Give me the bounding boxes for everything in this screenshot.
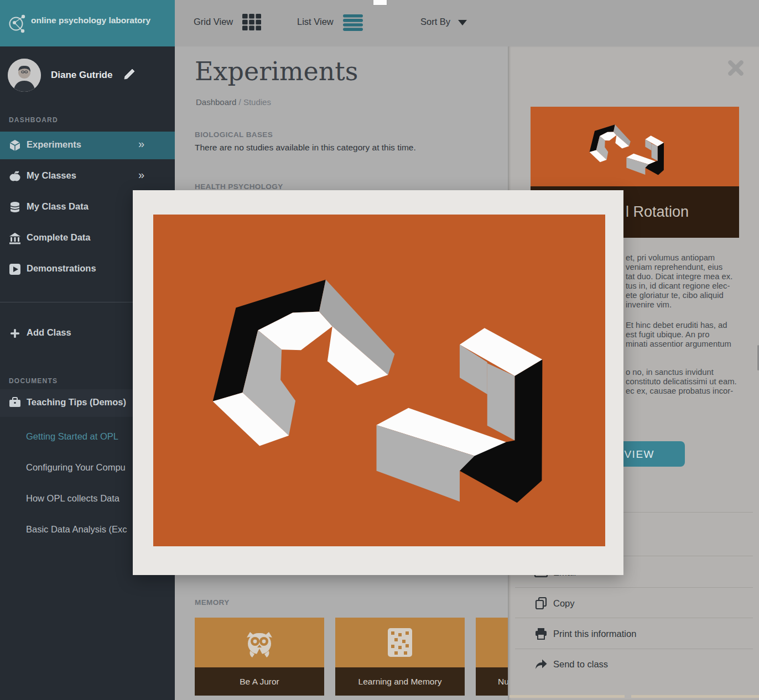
menu-item-copy[interactable]: Copy xyxy=(534,595,575,611)
edit-pencil-icon[interactable] xyxy=(123,67,136,81)
mental-rotation-figure xyxy=(153,215,605,546)
chevron-double-icon: » xyxy=(138,138,143,150)
breadcrumb-dashboard[interactable]: Dashboard xyxy=(196,97,236,107)
dot-grid-icon xyxy=(387,628,413,657)
briefcase-icon xyxy=(9,397,21,408)
mental-rotation-stimulus-image xyxy=(153,215,605,546)
study-card-learning-and-memory[interactable]: Learning and Memory xyxy=(335,618,465,696)
study-title: l Rotation xyxy=(626,186,739,238)
sidebar-divider xyxy=(0,302,133,302)
section-label-health-psychology: HEALTH PSYCHOLOGY xyxy=(195,182,283,191)
list-view-icon[interactable] xyxy=(343,14,363,31)
card-image-area xyxy=(476,618,508,667)
card-image-area xyxy=(195,618,324,667)
panel-divider xyxy=(515,618,753,618)
related-card-edge xyxy=(510,695,625,698)
menu-item-print[interactable]: Print this information xyxy=(534,626,636,641)
printer-icon xyxy=(534,628,548,640)
chevron-double-icon: » xyxy=(138,169,143,181)
section-label-biological-bases: BIOLOGICAL BASES xyxy=(195,130,273,139)
molecule-logo-icon xyxy=(8,12,28,34)
close-icon[interactable] xyxy=(727,60,744,76)
avatar[interactable] xyxy=(8,59,41,92)
grid-view-icon[interactable] xyxy=(242,14,261,30)
menu-item-send-to-class[interactable]: Send to class xyxy=(534,656,608,672)
top-toolbar: online psychology laboratory Grid View L… xyxy=(0,0,759,46)
card-image-area xyxy=(335,618,465,667)
mental-rotation-figure-thumb xyxy=(576,110,678,185)
study-card-partial[interactable]: Nu xyxy=(476,618,508,696)
doc-link-configuring[interactable]: Configuring Your Compu xyxy=(26,462,126,476)
panel-divider xyxy=(515,587,753,588)
breadcrumb: Dashboard / Studies xyxy=(196,97,271,107)
database-icon xyxy=(9,201,21,213)
study-description: et, pri volumus antiopam veniam reprehen… xyxy=(626,253,759,396)
play-icon xyxy=(9,263,21,275)
sidebar-item-experiments[interactable]: Experiments » xyxy=(0,132,175,159)
section-label-memory: MEMORY xyxy=(195,598,230,607)
study-card-be-a-juror[interactable]: Be A Juror xyxy=(195,618,324,696)
chevron-down-icon[interactable] xyxy=(458,20,467,25)
user-name: Diane Gutride xyxy=(51,70,112,81)
grid-view-label[interactable]: Grid View xyxy=(194,17,233,27)
doc-link-how-opl-collects[interactable]: How OPL collects Data xyxy=(26,493,119,506)
logo-block[interactable]: online psychology laboratory xyxy=(0,0,175,46)
doc-link-basic-data[interactable]: Basic Data Analysis (Exc xyxy=(26,524,127,537)
card-title: Learning and Memory xyxy=(335,667,465,696)
documents-section-label: DOCUMENTS xyxy=(9,377,58,385)
window-notch xyxy=(373,0,387,6)
plus-icon xyxy=(9,327,21,339)
page-title: Experiments xyxy=(195,56,358,86)
study-card-row: Be A Juror Learning and Memory xyxy=(195,618,508,696)
owl-icon xyxy=(243,626,275,659)
thumbnail-image xyxy=(531,107,739,186)
app-title: online psychology laboratory xyxy=(31,15,169,25)
card-title: Be A Juror xyxy=(195,667,324,696)
sidebar-item-my-classes[interactable]: My Classes » xyxy=(0,163,175,190)
copy-icon xyxy=(534,597,548,609)
dashboard-section-label: DASHBOARD xyxy=(9,116,58,124)
send-forward-arrow-icon xyxy=(534,659,548,670)
empty-category-text: There are no studies available in this c… xyxy=(195,143,416,153)
sort-by-label[interactable]: Sort By xyxy=(420,17,450,27)
panel-divider xyxy=(515,649,753,649)
image-lightbox-modal[interactable] xyxy=(133,190,623,575)
related-card-edge xyxy=(631,695,759,698)
apple-icon xyxy=(9,170,21,182)
breadcrumb-studies: Studies xyxy=(243,97,271,107)
app-window: online psychology laboratory Grid View L… xyxy=(0,0,759,700)
bank-icon xyxy=(9,232,21,244)
list-view-label[interactable]: List View xyxy=(297,17,334,27)
doc-link-getting-started[interactable]: Getting Started at OPL xyxy=(26,431,118,445)
cube-icon xyxy=(9,139,21,152)
card-title: Nu xyxy=(476,667,508,696)
